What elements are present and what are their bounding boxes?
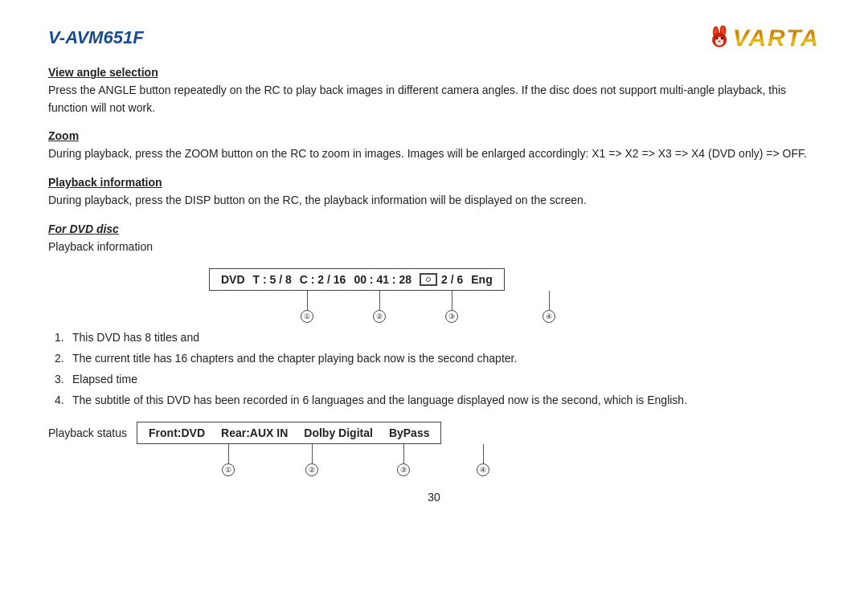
arrow-line-3 [452,291,452,310]
status-circle-3: ③ [397,463,410,476]
logo-rabbit-icon [709,26,731,50]
circle-2: ② [373,310,386,323]
section-zoom: Zoom During playback, press the ZOOM but… [48,129,820,163]
list-item-1: 1. This DVD has 8 titles and [48,329,820,346]
svg-point-8 [718,41,720,43]
page-container: V-AVM651F VARTA [48,24,820,504]
status-circle-1: ① [222,463,235,476]
status-arrow-line-3 [403,444,404,463]
time-field: 00 : 41 : 28 [354,273,411,286]
subtitle-field: 2 / 6 [420,273,463,286]
section-heading-playback-info: Playback information [48,176,820,189]
logo: VARTA [709,24,820,51]
rear-aux: Rear:AUX IN [221,426,288,439]
svg-point-7 [721,38,723,40]
section-playback-info: Playback information During playback, pr… [48,176,820,210]
dolby-digital: Dolby Digital [304,426,373,439]
front-dvd: Front:DVD [149,426,205,439]
arrow-line-2 [379,291,380,310]
arrow-line-1 [307,291,308,310]
status-arrow-line-2 [312,444,313,463]
section-heading-view-angle: View angle selection [48,66,820,79]
svg-point-6 [715,38,718,40]
arrow-line-4 [549,291,550,310]
list-item-3: 3. Elapsed time [48,371,820,388]
section-view-angle: View angle selection Press the ANGLE but… [48,66,820,116]
lang-field: Eng [471,273,492,286]
playback-status-box: Front:DVD Rear:AUX IN Dolby Digital ByPa… [137,422,441,444]
status-arrow-line-4 [483,444,484,463]
status-arrow-line-1 [228,444,229,463]
dvd-list: 1. This DVD has 8 titles and 2. The curr… [48,329,820,409]
section-text-zoom: During playback, press the ZOOM button o… [48,145,820,163]
model-title: V-AVM651F [48,27,144,48]
dvd-info-box: DVD T : 5 / 8 C : 2 / 16 00 : 41 : 28 2 … [209,268,505,291]
chapter-field: C : 2 / 16 [300,273,346,286]
circle-3: ③ [445,310,458,323]
page-number: 30 [48,491,820,504]
circle-4: ④ [542,310,555,323]
disc-icon [420,273,437,286]
circle-1: ① [301,310,313,323]
list-item-2: 2. The current title has 16 chapters and… [48,350,820,367]
status-circle-2: ② [305,463,318,476]
dvd-label: DVD [221,273,245,286]
playback-status-row: Playback status Front:DVD Rear:AUX IN Do… [48,422,820,444]
section-heading-zoom: Zoom [48,129,820,142]
bypass: ByPass [389,426,430,439]
logo-text: VARTA [733,24,820,51]
header: V-AVM651F VARTA [48,24,820,51]
section-dvd: For DVD disc Playback information DVD T … [48,222,820,475]
section-text-view-angle: Press the ANGLE button repeatedly on the… [48,82,820,116]
section-text-playback-info: During playback, press the DISP button o… [48,192,820,210]
playback-status-label: Playback status [48,426,127,439]
title-field: T : 5 / 8 [253,273,292,286]
list-item-4: 4. The subtitle of this DVD has been rec… [48,392,820,409]
status-circle-4: ④ [477,463,489,476]
playback-info-label: Playback information [48,239,820,256]
section-heading-dvd: For DVD disc [48,222,820,235]
